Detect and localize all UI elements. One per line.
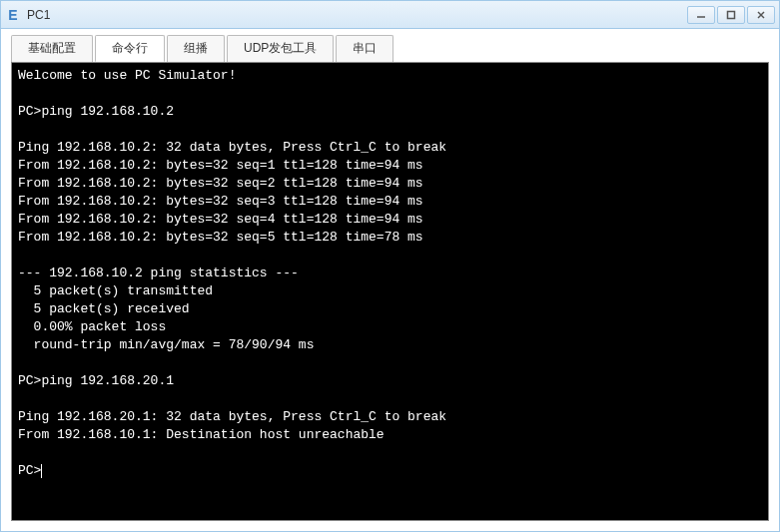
- tab-basic-config[interactable]: 基础配置: [11, 35, 93, 62]
- tab-udp-tool[interactable]: UDP发包工具: [227, 35, 334, 62]
- terminal-container: Welcome to use PC Simulator! PC>ping 192…: [1, 62, 779, 531]
- tab-multicast[interactable]: 组播: [167, 35, 225, 62]
- app-icon: E: [5, 7, 21, 23]
- terminal[interactable]: Welcome to use PC Simulator! PC>ping 192…: [11, 62, 769, 521]
- svg-rect-1: [728, 11, 735, 18]
- window: E PC1 基础配置 命令行 组播 UDP发包工具 串口 Welcome to …: [0, 0, 780, 532]
- window-title: PC1: [27, 8, 687, 22]
- window-controls: [687, 6, 775, 24]
- tab-command-line[interactable]: 命令行: [95, 35, 165, 62]
- terminal-cursor: [41, 464, 42, 478]
- maximize-button[interactable]: [717, 6, 745, 24]
- close-button[interactable]: [747, 6, 775, 24]
- titlebar[interactable]: E PC1: [1, 1, 779, 29]
- minimize-button[interactable]: [687, 6, 715, 24]
- tab-bar: 基础配置 命令行 组播 UDP发包工具 串口: [1, 29, 779, 62]
- tab-serial[interactable]: 串口: [336, 35, 393, 62]
